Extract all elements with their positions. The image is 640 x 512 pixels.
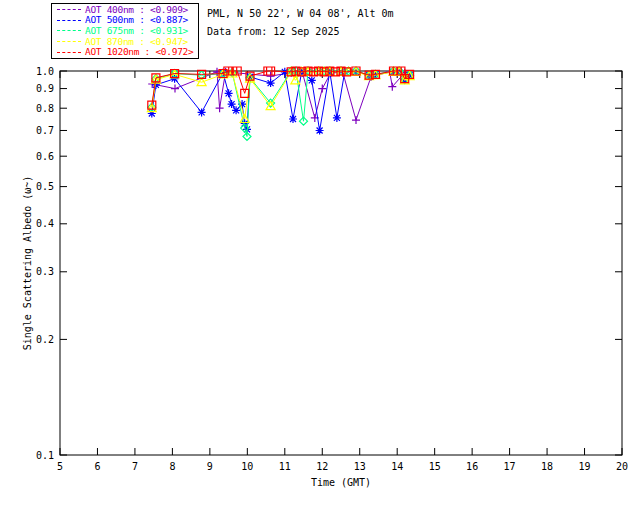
x-tick-label: 18 (541, 461, 553, 472)
x-tick-label: 14 (391, 461, 403, 472)
ssa-chart: 5678910111213141516171819201.00.90.80.70… (0, 0, 640, 512)
y-tick-label: 0.6 (36, 151, 54, 162)
x-tick-label: 5 (57, 461, 63, 472)
y-tick-label: 1.0 (36, 66, 54, 77)
y-tick-label: 0.7 (36, 125, 54, 136)
x-tick-label: 8 (169, 461, 175, 472)
x-tick-label: 11 (279, 461, 291, 472)
x-tick-label: 19 (579, 461, 591, 472)
y-tick-label: 0.5 (36, 181, 54, 192)
x-tick-label: 20 (616, 461, 628, 472)
y-tick-label: 0.3 (36, 266, 54, 277)
x-tick-label: 6 (94, 461, 100, 472)
plot-frame (60, 71, 622, 455)
ssa-plot-page: AOT 400nm : <0.909> AOT 500nm : <0.887> … (0, 0, 640, 512)
x-tick-label: 16 (466, 461, 478, 472)
x-tick-label: 7 (132, 461, 138, 472)
x-tick-label: 17 (504, 461, 516, 472)
x-tick-label: 10 (241, 461, 253, 472)
y-tick-label: 0.1 (36, 450, 54, 461)
y-tick-label: 0.2 (36, 334, 54, 345)
y-tick-label: 0.4 (36, 218, 54, 229)
x-tick-label: 12 (316, 461, 328, 472)
y-tick-label: 0.8 (36, 103, 54, 114)
x-tick-label: 15 (429, 461, 441, 472)
x-tick-label: 9 (207, 461, 213, 472)
x-tick-label: 13 (354, 461, 366, 472)
y-tick-label: 0.9 (36, 83, 54, 94)
